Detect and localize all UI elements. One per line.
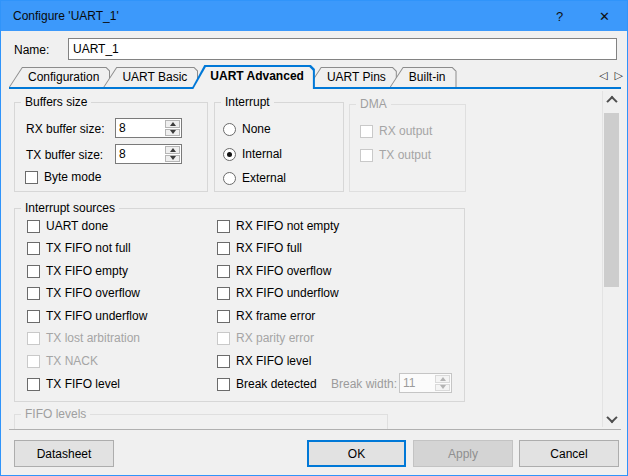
- checkbox-rx-fifo-full[interactable]: RX FIFO full: [217, 241, 302, 255]
- checkbox-tx-fifo-overflow[interactable]: TX FIFO overflow: [27, 286, 140, 300]
- checkbox-label: RX FIFO full: [236, 241, 302, 255]
- checkbox-box: [360, 125, 373, 138]
- spinner-value[interactable]: 8: [116, 145, 164, 163]
- tx-buffer-size-spinner[interactable]: 8: [115, 144, 182, 164]
- group-title: Interrupt: [221, 95, 274, 109]
- checkbox-rx-frame-error[interactable]: RX frame error: [217, 309, 315, 323]
- tab-built-in[interactable]: Built-in: [390, 67, 457, 87]
- triangle-down-icon: [170, 130, 176, 134]
- checkbox-box: [217, 332, 230, 345]
- name-input[interactable]: [68, 38, 617, 60]
- checkbox-box: [27, 287, 40, 300]
- checkbox-label: Byte mode: [44, 170, 101, 184]
- checkbox-box: [217, 220, 230, 233]
- radio-external[interactable]: External: [223, 171, 286, 185]
- help-button[interactable]: ?: [537, 1, 582, 31]
- chevron-right-icon: ▷: [615, 69, 623, 81]
- checkbox-label: RX FIFO underflow: [236, 286, 339, 300]
- tab-uart-basic[interactable]: UART Basic: [103, 67, 198, 87]
- checkbox-box: [217, 242, 230, 255]
- checkbox-tx-fifo-not-full[interactable]: TX FIFO not full: [27, 241, 131, 255]
- vertical-scrollbar[interactable]: [602, 91, 620, 427]
- tab-label: UART Basic: [103, 67, 198, 84]
- group-buffers-size: Buffers size RX buffer size: 8 TX buffer…: [14, 102, 208, 192]
- group-title: FIFO levels: [21, 407, 90, 421]
- triangle-up-icon: [440, 377, 446, 381]
- tab-label: Configuration: [9, 67, 110, 84]
- tab-configuration[interactable]: Configuration: [9, 67, 110, 87]
- group-dma: DMA RX output TX output: [349, 104, 466, 192]
- spinner-down-button[interactable]: [165, 155, 180, 163]
- spinner-buttons: [435, 375, 450, 391]
- group-interrupt-sources: Interrupt sources UART done TX FIFO not …: [14, 208, 465, 402]
- checkbox-box: [217, 287, 230, 300]
- close-button[interactable]: ✕: [582, 1, 627, 31]
- tab-scroll-buttons: ◁ ▷: [599, 69, 623, 82]
- group-title: DMA: [356, 97, 391, 111]
- tab-scroll-right-button[interactable]: ▷: [615, 69, 623, 82]
- radio-none[interactable]: None: [223, 122, 271, 136]
- tab-label: UART Pins: [308, 67, 397, 84]
- checkbox-rx-fifo-level[interactable]: RX FIFO level: [217, 354, 311, 368]
- radio-internal[interactable]: Internal: [223, 147, 282, 161]
- close-icon: ✕: [599, 9, 610, 24]
- checkbox-break-detected[interactable]: Break detected: [217, 377, 317, 391]
- tab-uart-pins[interactable]: UART Pins: [308, 67, 397, 87]
- checkbox-tx-fifo-empty[interactable]: TX FIFO empty: [27, 264, 128, 278]
- checkbox-uart-done[interactable]: UART done: [27, 219, 108, 233]
- checkbox-rx-output: RX output: [360, 124, 432, 138]
- spinner-up-button[interactable]: [165, 146, 180, 154]
- spinner-up-button: [435, 375, 450, 383]
- ok-button[interactable]: OK: [307, 440, 406, 467]
- rx-buffer-size-spinner[interactable]: 8: [115, 118, 182, 138]
- name-label: Name:: [14, 43, 49, 57]
- checkbox-label: RX FIFO level: [236, 354, 311, 368]
- checkbox-label: TX FIFO underflow: [46, 309, 147, 323]
- cancel-button[interactable]: Cancel: [519, 440, 619, 467]
- scroll-up-button[interactable]: [603, 91, 620, 108]
- datasheet-button[interactable]: Datasheet: [14, 440, 114, 467]
- checkbox-tx-fifo-level[interactable]: TX FIFO level: [27, 377, 120, 391]
- tab-uart-advanced[interactable]: UART Advanced: [191, 65, 315, 89]
- checkbox-box: [27, 378, 40, 391]
- checkbox-tx-output: TX output: [360, 148, 431, 162]
- radio-label: Internal: [242, 147, 282, 161]
- checkbox-box: [27, 310, 40, 323]
- spinner-value: 11: [400, 374, 434, 392]
- checkbox-box: [360, 149, 373, 162]
- checkbox-box: [27, 242, 40, 255]
- checkbox-rx-fifo-not-empty[interactable]: RX FIFO not empty: [217, 219, 339, 233]
- checkbox-box: [27, 220, 40, 233]
- spinner-buttons: [165, 120, 180, 136]
- checkbox-label: TX FIFO empty: [46, 264, 128, 278]
- tx-buffer-size-label: TX buffer size:: [26, 148, 103, 162]
- checkbox-rx-fifo-underflow[interactable]: RX FIFO underflow: [217, 286, 339, 300]
- triangle-down-icon: [440, 385, 446, 389]
- spinner-up-button[interactable]: [165, 120, 180, 128]
- checkbox-rx-fifo-overflow[interactable]: RX FIFO overflow: [217, 264, 331, 278]
- checkbox-label: RX FIFO overflow: [236, 264, 331, 278]
- window-title: Configure 'UART_1': [1, 9, 537, 23]
- checkbox-box: [25, 171, 38, 184]
- radio-circle: [223, 148, 236, 161]
- checkbox-label: Break detected: [236, 377, 317, 391]
- checkbox-tx-fifo-underflow[interactable]: TX FIFO underflow: [27, 309, 147, 323]
- checkbox-label: RX output: [379, 124, 432, 138]
- break-width-spinner: 11: [399, 373, 452, 393]
- spinner-down-button[interactable]: [165, 129, 180, 137]
- tab-page-uart-advanced: Buffers size RX buffer size: 8 TX buffer…: [9, 87, 621, 430]
- tab-scroll-left-button[interactable]: ◁: [599, 69, 607, 82]
- title-bar: Configure 'UART_1' ? ✕: [1, 1, 627, 31]
- checkbox-byte-mode[interactable]: Byte mode: [25, 170, 101, 184]
- spinner-value[interactable]: 8: [116, 119, 164, 137]
- apply-button: Apply: [413, 440, 513, 467]
- group-title: Buffers size: [21, 95, 91, 109]
- triangle-down-icon: [170, 156, 176, 160]
- scroll-down-button[interactable]: [603, 410, 620, 427]
- checkbox-box: [217, 310, 230, 323]
- rx-buffer-size-label: RX buffer size:: [26, 122, 104, 136]
- checkbox-box: [217, 355, 230, 368]
- checkbox-label: TX FIFO level: [46, 377, 120, 391]
- chevron-left-icon: ◁: [599, 69, 607, 81]
- scrollbar-thumb[interactable]: [604, 113, 619, 287]
